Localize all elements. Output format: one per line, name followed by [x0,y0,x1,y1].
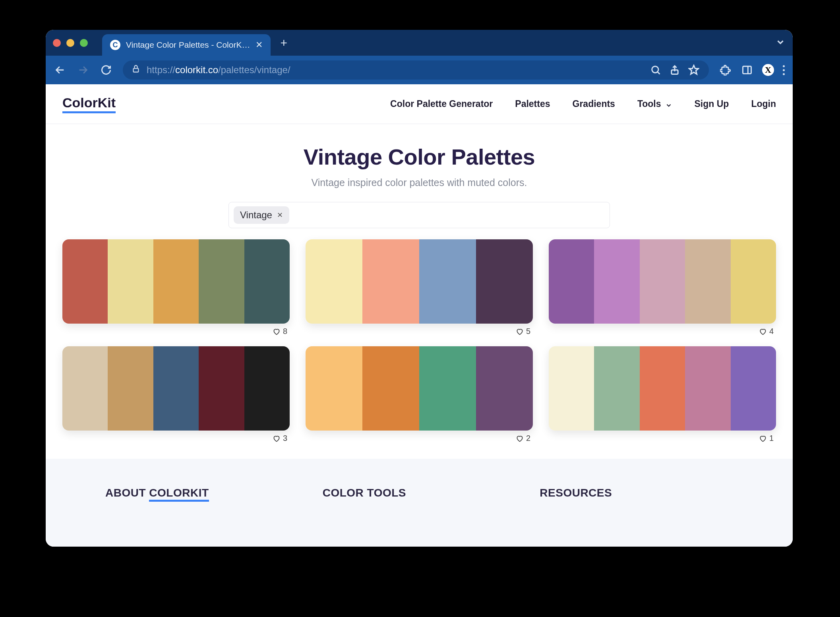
like-count: 4 [769,327,774,336]
nav-link-label: Login [751,99,776,109]
site-logo[interactable]: ColorKit [62,95,116,113]
browser-tab[interactable]: C Vintage Color Palettes - ColorK… ✕ [102,34,271,56]
window-maximize-button[interactable] [80,39,88,47]
svg-line-4 [658,72,660,74]
browser-window: C Vintage Color Palettes - ColorK… ✕ + h… [46,30,793,547]
nav-links: Color Palette GeneratorPalettesGradients… [390,99,776,109]
new-tab-button[interactable]: + [275,36,292,50]
window-controls [53,39,88,47]
swatch[interactable] [62,239,108,324]
palette-swatches[interactable] [62,239,290,324]
tab-close-button[interactable]: ✕ [255,40,263,50]
palette-card[interactable]: 3 [62,346,290,443]
palette-swatches[interactable] [306,239,533,324]
nav-link[interactable]: Gradients [573,99,615,109]
filter-input[interactable]: Vintage ✕ [228,202,610,228]
nav-link[interactable]: Palettes [515,99,550,109]
palette-card[interactable]: 4 [549,239,776,336]
svg-rect-2 [134,68,139,72]
swatch[interactable] [108,346,153,431]
palette-card[interactable]: 1 [549,346,776,443]
forward-button[interactable] [77,64,89,76]
extensions-icon[interactable] [719,64,732,76]
footer-heading-tools: COLOR TOOLS [323,487,516,499]
like-count: 3 [283,434,287,443]
swatch[interactable] [108,239,153,324]
swatch[interactable] [549,346,594,431]
swatch[interactable] [419,346,476,431]
window-close-button[interactable] [53,39,61,47]
tabs-overflow-button[interactable] [775,37,786,49]
palette-card[interactable]: 5 [306,239,533,336]
swatch[interactable] [362,346,419,431]
swatch[interactable] [62,346,108,431]
tab-favicon: C [110,40,120,50]
heart-icon[interactable] [759,435,767,442]
nav-link[interactable]: Tools [637,99,672,109]
nav-link-label: Palettes [515,99,550,109]
swatch[interactable] [685,239,730,324]
swatch[interactable] [362,239,419,324]
nav-link[interactable]: Login [751,99,776,109]
nav-link-label: Gradients [573,99,615,109]
swatch[interactable] [594,346,639,431]
swatch[interactable] [640,239,685,324]
like-count: 2 [526,434,530,443]
swatch[interactable] [549,239,594,324]
share-icon[interactable] [668,64,681,76]
heart-icon[interactable] [273,328,281,336]
swatch[interactable] [419,239,476,324]
filter-chip-remove-icon[interactable]: ✕ [277,211,283,219]
swatch[interactable] [731,346,776,431]
page-title: Vintage Color Palettes [46,144,793,170]
profile-avatar[interactable]: X [762,64,774,76]
sidepanel-icon[interactable] [741,64,753,76]
swatch[interactable] [244,346,290,431]
browser-menu-button[interactable] [783,65,785,75]
page-viewport[interactable]: ColorKit Color Palette GeneratorPalettes… [46,84,793,547]
filter-chip[interactable]: Vintage ✕ [234,206,289,224]
heart-icon[interactable] [516,328,524,336]
chevron-down-icon [665,101,672,108]
swatch[interactable] [199,346,244,431]
swatch[interactable] [153,239,199,324]
like-count: 1 [769,434,774,443]
palette-swatches[interactable] [62,346,290,431]
palette-card[interactable]: 8 [62,239,290,336]
bookmark-star-icon[interactable] [687,64,700,76]
palette-swatches[interactable] [549,239,776,324]
swatch[interactable] [594,239,639,324]
palette-footer: 4 [549,324,776,336]
swatch[interactable] [640,346,685,431]
swatch[interactable] [476,346,533,431]
back-button[interactable] [54,64,66,76]
nav-link-label: Tools [637,99,661,109]
page-subtitle: Vintage inspired color palettes with mut… [46,177,793,188]
nav-link[interactable]: Sign Up [695,99,729,109]
browser-toolbar: https://colorkit.co/palettes/vintage/ X [46,56,793,84]
palette-footer: 5 [306,324,533,336]
swatch[interactable] [306,346,362,431]
swatch[interactable] [685,346,730,431]
swatch[interactable] [731,239,776,324]
svg-marker-6 [689,65,698,74]
swatch[interactable] [476,239,533,324]
swatch[interactable] [199,239,244,324]
heart-icon[interactable] [759,328,767,336]
nav-link[interactable]: Color Palette Generator [390,99,493,109]
window-minimize-button[interactable] [66,39,74,47]
palette-swatches[interactable] [549,346,776,431]
palette-swatches[interactable] [306,346,533,431]
zoom-icon[interactable] [649,64,662,76]
toolbar-right: X [719,64,785,76]
heart-icon[interactable] [273,435,281,442]
heart-icon[interactable] [516,435,524,442]
address-bar[interactable]: https://colorkit.co/palettes/vintage/ [123,60,709,80]
site-nav: ColorKit Color Palette GeneratorPalettes… [46,84,793,124]
swatch[interactable] [306,239,362,324]
reload-button[interactable] [100,64,112,76]
swatch[interactable] [153,346,199,431]
palette-footer: 1 [549,431,776,443]
swatch[interactable] [244,239,290,324]
palette-card[interactable]: 2 [306,346,533,443]
